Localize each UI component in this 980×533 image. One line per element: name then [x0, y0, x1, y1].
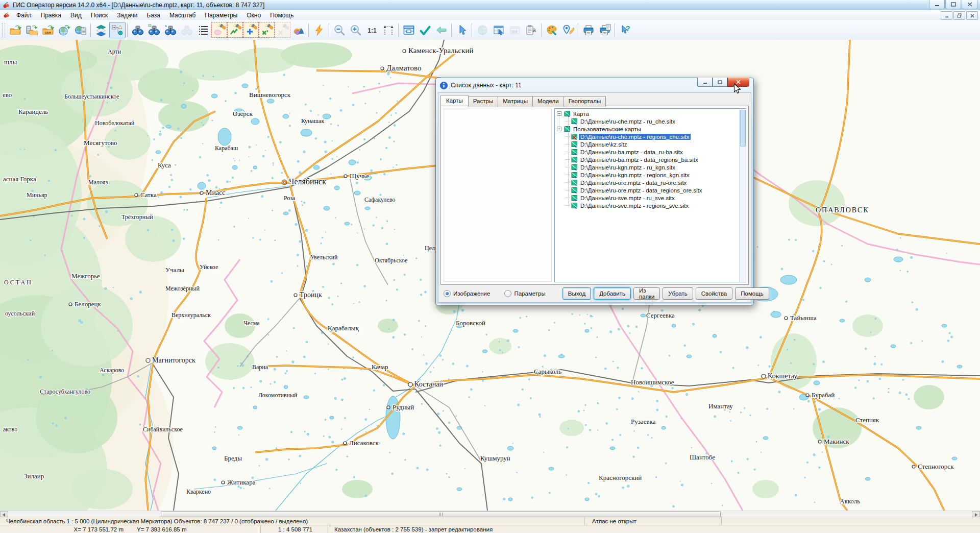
svg-text:Сарыколь: Сарыколь	[534, 368, 561, 375]
svg-text:Кокшетау: Кокшетау	[768, 372, 797, 380]
tab-Карты[interactable]: Карты	[440, 95, 469, 106]
toolbar-table-select-icon[interactable]	[491, 22, 507, 38]
toolbar-help-cursor-icon[interactable]: ?	[617, 22, 633, 38]
toolbar-cursor-icon[interactable]	[454, 22, 470, 38]
toolbar-palette-icon[interactable]	[544, 22, 560, 38]
tree-item[interactable]: D:\Данные\ru-ore.mptz - data_regions_ore…	[556, 186, 746, 194]
toolbar-find-icon[interactable]	[130, 22, 146, 38]
toolbar-undo-arrow-icon[interactable]	[433, 22, 450, 38]
tab-Растры[interactable]: Растры	[468, 96, 498, 107]
toolbar-sel-line-icon[interactable]	[227, 22, 243, 38]
mdi-restore-button[interactable]	[953, 11, 965, 20]
status-y-coordinate: Y= 7 393 616.85 m	[137, 526, 187, 532]
toolbar-print-report-icon[interactable]	[597, 22, 613, 38]
dialog-maximize-button[interactable]	[713, 78, 727, 87]
tree-item[interactable]: D:\Данные\ru-che.mptz - ru_che.sitx	[556, 117, 746, 125]
svg-text:Кушмурун: Кушмурун	[480, 454, 510, 462]
button-Из папки[interactable]: Из папки	[633, 287, 660, 300]
menu-Масштаб[interactable]: Масштаб	[165, 11, 200, 20]
toolbar-find-object-icon[interactable]	[162, 22, 179, 38]
tree-item[interactable]: D:\Данные\ru-sve.mptz - regions_sve.sitx	[556, 202, 746, 209]
menu-Вид[interactable]: Вид	[66, 11, 86, 20]
maximize-button[interactable]	[945, 0, 961, 9]
toolbar-zoom-in-icon[interactable]	[348, 22, 364, 38]
toolbar-globe-pale-icon[interactable]	[474, 22, 491, 38]
menu-Параметры[interactable]: Параметры	[200, 11, 242, 20]
button-Помощь[interactable]: Помощь	[735, 287, 769, 300]
menu-Файл[interactable]: Файл	[12, 11, 36, 20]
radio-Параметры-icon[interactable]	[504, 290, 511, 297]
button-Убрать[interactable]: Убрать	[663, 287, 693, 300]
tree-item[interactable]: Пользовательские карты	[556, 125, 746, 133]
data-list-dialog: Список данных - карт: 11 КартыРастрыМатр…	[435, 78, 754, 305]
radio-Параметры[interactable]: Параметры	[504, 290, 545, 297]
toolbar-shapes-3d-icon[interactable]	[290, 22, 307, 38]
mdi-close-button[interactable]	[966, 11, 978, 20]
toolbar-pin-edit-icon[interactable]	[560, 22, 576, 38]
menu-Поиск[interactable]: Поиск	[86, 11, 112, 20]
tree-item[interactable]: D:\Данные\ru-ba.mptz - data_ru-ba.sitx	[556, 148, 746, 156]
mdi-minimize-button[interactable]	[941, 11, 952, 20]
tree-item[interactable]: D:\Данные\ru-ore.mptz - data_ru-ore.sitx	[556, 179, 746, 186]
toolbar-find-disabled-icon[interactable]	[179, 22, 195, 38]
toolbar-scale-1-1-icon[interactable]: 1:1	[364, 22, 380, 38]
tree-item[interactable]: D:\Данные\ru-kgn.mptz - regions_kgn.sitx	[556, 171, 746, 179]
tab-Матрицы[interactable]: Матрицы	[498, 96, 533, 107]
svg-text:Лисаковск: Лисаковск	[349, 439, 379, 447]
svg-text:аково: аково	[3, 426, 17, 433]
data-tree-rows: КартаD:\Данные\ru-che.mptz - ru_che.sitx…	[556, 110, 746, 209]
status-atlas-text: Атлас не открыт	[592, 518, 636, 524]
button-Свойства[interactable]: Свойства	[696, 287, 733, 300]
minimize-button[interactable]	[929, 0, 945, 9]
menu-Помощь[interactable]: Помощь	[265, 11, 298, 20]
button-Выход[interactable]: Выход	[562, 287, 591, 300]
toolbar-text-clipboard-icon[interactable]: a	[523, 22, 540, 38]
tree-item[interactable]: Карта	[556, 110, 746, 117]
toolbar: DBM1:1DBMa?	[0, 20, 980, 40]
tree-item[interactable]: D:\Данные\ru-ba.mptz - data_regions_ba.s…	[556, 156, 746, 163]
toolbar-layers-icon[interactable]	[93, 22, 109, 38]
close-button[interactable]	[962, 0, 977, 9]
tree-item[interactable]: D:\Данные\ru-kgn.mptz - ru_kgn.sitx	[556, 163, 746, 171]
toolbar-open-internet-clipboard-icon[interactable]	[72, 22, 89, 38]
radio-Изображение[interactable]: Изображение	[444, 290, 490, 297]
toolbar-open-geoportal-icon[interactable]	[56, 22, 72, 38]
toolbar-open-dbm-icon[interactable]: DBM	[40, 22, 56, 38]
toolbar-execute-lightning-icon[interactable]	[311, 22, 327, 38]
radio-Изображение-icon[interactable]	[444, 290, 451, 297]
tree-scrollbar[interactable]	[739, 109, 746, 282]
toolbar-open-database-icon[interactable]	[23, 22, 40, 38]
svg-text:Боровской: Боровской	[456, 319, 485, 327]
dialog-buttons: ВыходДобавитьИз папкиУбратьСвойстваПомощ…	[560, 287, 769, 300]
dialog-minimize-button[interactable]	[697, 78, 713, 87]
toolbar-drag-handle[interactable]	[2, 23, 5, 37]
toolbar-print-icon[interactable]	[580, 22, 597, 38]
toolbar-sel-cancel-icon[interactable]	[275, 22, 290, 38]
toolbar-find-view-icon[interactable]	[146, 22, 162, 38]
button-Добавить[interactable]: Добавить	[594, 287, 631, 300]
toolbar-select-list-icon[interactable]	[195, 22, 211, 38]
toolbar-map-window-icon[interactable]	[401, 22, 417, 38]
tab-Модели[interactable]: Модели	[532, 96, 564, 107]
toolbar-composition-tree-icon[interactable]	[109, 22, 126, 38]
tab-Геопорталы[interactable]: Геопорталы	[564, 96, 606, 107]
svg-text:Верхнеуральск: Верхнеуральск	[172, 311, 211, 319]
menu-Правка[interactable]: Правка	[36, 11, 66, 20]
toolbar-sel-apply-icon[interactable]	[259, 22, 275, 38]
toolbar-sel-plus-icon[interactable]	[243, 22, 259, 38]
svg-text:оусольский: оусольский	[5, 310, 35, 317]
toolbar-table-dbm-icon[interactable]: DBM	[507, 22, 523, 38]
menu-Задачи[interactable]: Задачи	[112, 11, 142, 20]
menu-Окно[interactable]: Окно	[242, 11, 265, 20]
tree-item[interactable]: D:\Данные\kz.sitz	[556, 140, 746, 148]
toolbar-apply-check-icon[interactable]	[417, 22, 433, 38]
data-tree[interactable]: КартаD:\Данные\ru-che.mptz - ru_che.sitx…	[554, 108, 746, 282]
menu-База[interactable]: База	[142, 11, 165, 20]
tree-scrollbar-thumb[interactable]	[740, 110, 746, 147]
tree-item[interactable]: D:\Данные\ru-sve.mptz - ru_sve.sitx	[556, 194, 746, 202]
toolbar-extent-icon[interactable]	[380, 22, 397, 38]
toolbar-sel-ellipse-icon[interactable]	[211, 22, 227, 38]
toolbar-open-map-icon[interactable]	[7, 22, 23, 38]
tree-item-selected[interactable]: D:\Данные\ru-che.mptz - regions_che.sitx	[556, 133, 746, 140]
toolbar-zoom-out-icon[interactable]	[331, 22, 348, 38]
